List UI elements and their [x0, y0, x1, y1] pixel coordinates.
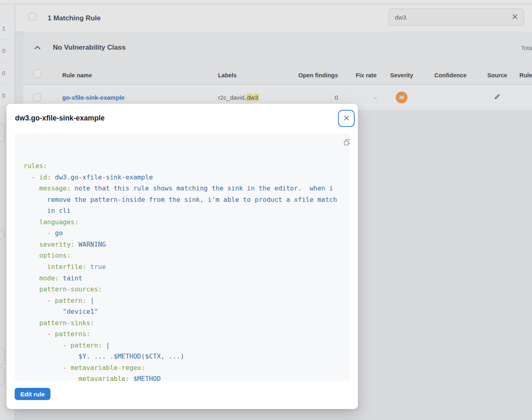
copy-code-button[interactable] [335, 138, 344, 148]
modal-title: dw3.go-xfile-sink-example [15, 114, 105, 122]
modal-close-button[interactable] [338, 110, 355, 127]
rule-yaml-code-block: rules: - id: dw3.go-xfile-sink-example m… [15, 133, 350, 381]
close-icon [343, 114, 350, 123]
rules-page: 1 0 0 0 1 Matching Rule No V [0, 0, 532, 420]
copy-icon [328, 133, 350, 153]
edit-rule-button[interactable]: Edit rule [15, 388, 50, 400]
rule-yaml-code: rules: - id: dw3.go-xfile-sink-example m… [24, 160, 344, 381]
rule-detail-modal: dw3.go-xfile-sink-example rules: - id: d… [7, 104, 358, 409]
